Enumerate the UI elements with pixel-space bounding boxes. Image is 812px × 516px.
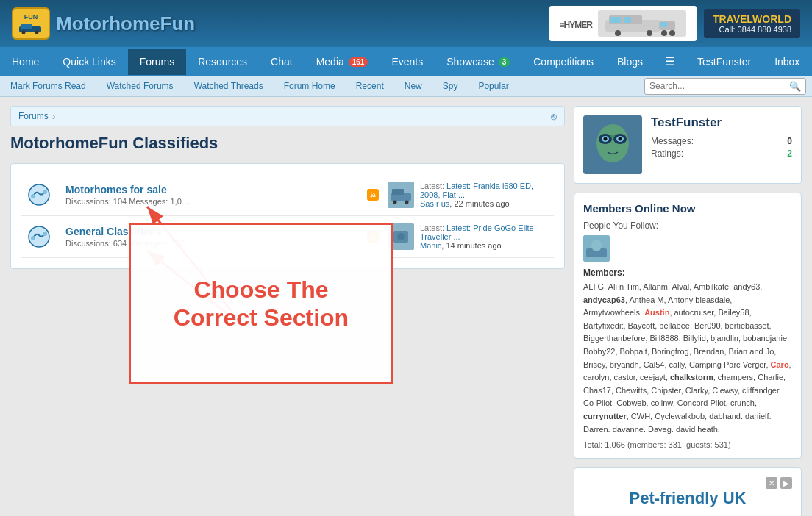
forum-meta-motorhomes: Discussions: 104 Messages: 1,0...	[65, 197, 358, 206]
svg-point-39	[604, 137, 608, 141]
nav-home[interactable]: Home	[0, 49, 51, 75]
messages-value: 0	[787, 136, 792, 146]
sub-nav-spy[interactable]: Spy	[432, 76, 469, 96]
nav-more-icon[interactable]: ☰	[655, 47, 685, 76]
sub-nav-mark-forums-read[interactable]: Mark Forums Read	[0, 76, 96, 96]
breadcrumb-forums-link[interactable]: Forums	[18, 111, 49, 121]
members-online-section: Members Online Now People You Follow: Me…	[574, 193, 802, 459]
nav-testfunster[interactable]: TestFunster	[685, 49, 763, 75]
ratings-label: Ratings:	[651, 148, 683, 159]
nav-quick-links[interactable]: Quick Links	[51, 49, 127, 75]
sidebar: TestFunster Messages: 0 Ratings: 2 Membe…	[574, 106, 802, 516]
svg-point-15	[31, 194, 35, 198]
forum-icon-motorhomes	[26, 182, 57, 208]
top-header: FUN MotorhomeFun ≡HYMER	[0, 0, 812, 47]
ad-title: Pet-friendly UK	[583, 489, 792, 508]
logo-icon: FUN	[12, 7, 50, 40]
svg-point-25	[43, 232, 47, 236]
site-logo-text: MotorhomeFun	[56, 12, 195, 35]
annotation-overlay: Choose TheCorrect Section	[129, 223, 393, 384]
motorhome-image	[598, 10, 686, 37]
forum-title-motorhomes[interactable]: Motorhomes for sale	[65, 184, 167, 196]
latest-user-classifieds[interactable]: Manic	[420, 241, 441, 250]
nav-competitions[interactable]: Competitions	[521, 49, 605, 75]
ad-expand-btn[interactable]: ▶	[780, 477, 792, 489]
sub-nav: Mark Forums Read Watched Forums Watched …	[0, 76, 812, 97]
sub-nav-watched-threads[interactable]: Watched Threads	[184, 76, 274, 96]
svg-point-29	[397, 233, 405, 240]
svg-point-44	[591, 240, 602, 251]
search-box[interactable]: 🔍	[644, 78, 806, 95]
content-wrapper: Forums › ⎋ MotorhomeFun Classifieds	[0, 97, 812, 516]
svg-point-7	[647, 30, 652, 36]
svg-point-16	[43, 190, 47, 194]
svg-point-17	[371, 196, 373, 198]
banner-travelworld[interactable]: TRAVELWORLD Call: 0844 880 4938	[704, 9, 800, 38]
people-follow-label: People You Follow:	[583, 221, 792, 231]
banner-area: ≡HYMER TRAVELWORLD Call: 0844 880 49	[549, 6, 800, 41]
svg-point-34	[596, 124, 629, 162]
svg-rect-1	[21, 24, 32, 29]
forum-latest-classifieds: Latest: Latest: Pride GoGo Elite Travell…	[388, 223, 549, 250]
latest-user-motorhomes[interactable]: Sas r us	[420, 199, 449, 208]
messages-label: Messages:	[651, 136, 694, 146]
members-online-title: Members Online Now	[583, 202, 792, 215]
ratings-value: 2	[787, 148, 792, 159]
svg-point-21	[393, 201, 397, 204]
user-card: TestFunster Messages: 0 Ratings: 2	[574, 106, 802, 184]
svg-point-40	[619, 137, 622, 141]
nav-inbox[interactable]: Inbox	[763, 49, 811, 75]
ratings-stat: Ratings: 2	[651, 148, 792, 159]
ad-area: ✕ ▶ Pet-friendly UK	[574, 467, 802, 516]
sub-nav-recent[interactable]: Recent	[346, 76, 394, 96]
svg-rect-9	[624, 17, 631, 23]
breadcrumb-separator: ›	[52, 110, 56, 122]
nav-media[interactable]: Media 161	[304, 49, 380, 75]
rss-icon-motorhomes[interactable]	[367, 189, 379, 201]
svg-rect-20	[392, 189, 404, 195]
ad-close-btn[interactable]: ✕	[766, 477, 777, 489]
sub-nav-watched-forums[interactable]: Watched Forums	[96, 76, 184, 96]
forum-row-motorhomes: Motorhomes for sale Discussions: 104 Mes…	[21, 174, 554, 216]
annotation-text: Choose TheCorrect Section	[166, 268, 356, 340]
forum-latest-info-motorhomes: Latest: Latest: Frankia i680 ED, 2008, F…	[420, 182, 549, 208]
svg-point-22	[405, 201, 409, 204]
breadcrumb: Forums › ⎋	[10, 106, 565, 126]
banner-hymer[interactable]: ≡HYMER	[549, 6, 697, 41]
members-list: ALI G, Ali n Tim, Allanm, Alval, Ambilka…	[583, 281, 792, 436]
sub-nav-new[interactable]: New	[394, 76, 432, 96]
latest-thumb-motorhomes	[388, 182, 414, 208]
forum-info-motorhomes: Motorhomes for sale Discussions: 104 Mes…	[65, 184, 358, 206]
messages-stat: Messages: 0	[651, 136, 792, 146]
user-avatar	[583, 115, 642, 174]
svg-point-6	[615, 30, 621, 36]
main-nav: Home Quick Links Forums Resources Chat M…	[0, 47, 812, 76]
svg-point-11	[661, 30, 667, 36]
search-icon: 🔍	[789, 81, 801, 92]
forums-container: Motorhomes for sale Discussions: 104 Mes…	[10, 163, 565, 269]
members-total: Total: 1,066 (members: 331, guests: 531)	[583, 440, 792, 449]
members-label: Members:	[583, 268, 792, 278]
showcase-badge: 3	[499, 57, 510, 67]
external-link-icon[interactable]: ⎋	[551, 111, 557, 122]
nav-showcase[interactable]: Showcase 3	[435, 49, 521, 75]
user-stats: Messages: 0 Ratings: 2	[651, 136, 792, 159]
svg-point-12	[669, 30, 675, 36]
forum-icon-classifieds	[26, 223, 57, 250]
follow-avatar	[583, 235, 610, 262]
nav-blogs[interactable]: Blogs	[605, 49, 655, 75]
nav-chat[interactable]: Chat	[259, 49, 304, 75]
hymer-logo: ≡HYMER	[560, 16, 592, 32]
logo-area: FUN MotorhomeFun	[12, 7, 195, 40]
sub-nav-forum-home[interactable]: Forum Home	[274, 76, 346, 96]
search-input[interactable]	[649, 81, 789, 91]
travelworld-logo: TRAVELWORLD	[713, 13, 791, 25]
nav-forums[interactable]: Forums	[128, 49, 186, 75]
nav-events[interactable]: Events	[380, 49, 435, 75]
forum-latest-info-classifieds: Latest: Latest: Pride GoGo Elite Travell…	[420, 223, 549, 250]
user-info: TestFunster Messages: 0 Ratings: 2	[651, 115, 792, 174]
forum-latest-motorhomes: Latest: Latest: Frankia i680 ED, 2008, F…	[388, 182, 549, 208]
sub-nav-popular[interactable]: Popular	[468, 76, 519, 96]
nav-resources[interactable]: Resources	[186, 49, 259, 75]
svg-rect-8	[610, 17, 621, 23]
